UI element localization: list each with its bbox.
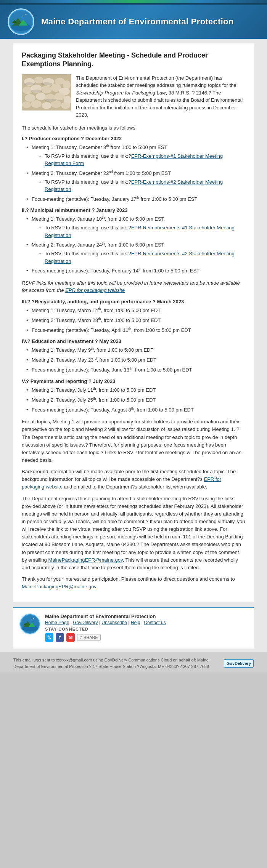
section-2: II.? Municipal reimbursement ? January 2… — [22, 207, 245, 274]
intro-text: The Department of Environmental Protecti… — [76, 74, 245, 119]
footer-org-row: Maine Department of Environmental Protec… — [19, 613, 248, 643]
section-1: I.? Producer exemptions ? December 2022 … — [22, 136, 245, 203]
list-item: Meeting 2: Tuesday, March 28th, from 1:0… — [26, 317, 245, 324]
header-logo — [8, 8, 34, 35]
svg-point-7 — [34, 77, 43, 83]
svg-point-16 — [25, 94, 35, 102]
section-2-meetings: Meeting 1: Tuesday, January 10th, from 1… — [22, 215, 245, 274]
svg-point-23 — [42, 102, 51, 109]
svg-point-19 — [55, 93, 65, 100]
body-paragraphs: For all topics, Meeting 1 will provide a… — [22, 418, 245, 591]
footer-help-link[interactable]: Help — [131, 620, 140, 625]
svg-point-25 — [61, 102, 70, 109]
main-content: Packaging Stakeholder Meeting - Schedule… — [0, 39, 267, 607]
body-para-1: For all topics, Meeting 1 will provide a… — [22, 418, 245, 464]
footer-band: Maine Department of Environmental Protec… — [0, 607, 267, 652]
email-icon[interactable]: ✉ — [66, 633, 75, 642]
list-item: Focus-meeting (tentative): Tuesday, June… — [26, 366, 245, 374]
section-5-meetings: Meeting 1: Tuesday, July 11th, from 1:00… — [22, 386, 245, 413]
list-item: Meeting 1: Tuesday, May 9th, from 1:00 t… — [26, 346, 245, 354]
section-1-meetings: Meeting 1: Thursday, December 8th from 1… — [22, 144, 245, 203]
svg-point-28 — [31, 90, 42, 93]
footer-nav-links: Home Page | GovDelivery | Unsubscribe | … — [45, 620, 248, 625]
section-3: III.? ?Recyclability, auditing, and prog… — [22, 299, 245, 334]
content-box: Packaging Stakeholder Meeting - Schedule… — [13, 43, 254, 602]
list-item: To RSVP to this meeting, use this link:?… — [39, 152, 245, 167]
list-item: Focus-meeting (tentative): Tuesday, Febr… — [26, 267, 245, 275]
social-row: 𝕏 f ✉ ⤴ SHARE — [45, 633, 248, 642]
list-item: Focus-meeting (tentative): Tuesday, Augu… — [26, 406, 245, 414]
section-3-title: III.? ?Recyclability, auditing, and prog… — [22, 299, 245, 304]
share-label: SHARE — [84, 635, 98, 640]
rsvp-link-2[interactable]: EPR-Exemptions-#2 Stakeholder Meeting Re… — [45, 179, 223, 192]
list-item: Meeting 1: Thursday, December 8th from 1… — [26, 144, 245, 167]
share-button[interactable]: ⤴ SHARE — [77, 634, 101, 641]
section-4-meetings: Meeting 1: Tuesday, May 9th, from 1:00 t… — [22, 346, 245, 373]
svg-point-26 — [24, 82, 35, 85]
intro-section: The Department of Environmental Protecti… — [22, 74, 245, 119]
list-item: Meeting 1: Tuesday, March 14th, from 1:0… — [26, 307, 245, 314]
section-5: V.? Payments and reporting ? July 2023 M… — [22, 378, 245, 413]
epr-website-link-1[interactable]: EPR for packaging website — [65, 287, 125, 293]
section-5-title: V.? Payments and reporting ? July 2023 — [22, 378, 245, 384]
section-3-meetings: Meeting 1: Tuesday, March 14th, from 1:0… — [22, 307, 245, 334]
footer-inner: Maine Department of Environmental Protec… — [13, 607, 254, 649]
list-item: Meeting 2: Thursday, December 22nd from … — [26, 170, 245, 193]
page-wrapper: Maine Department of Environmental Protec… — [0, 0, 267, 673]
footer-contact-link[interactable]: Contact us — [144, 620, 166, 625]
list-item: Focus-meeting (tentative): Tuesday, Janu… — [26, 195, 245, 203]
list-item: Meeting 2: Tuesday, July 25th, from 1:00… — [26, 396, 245, 404]
list-item: Meeting 2: Tuesday, January 24th, from 1… — [26, 241, 245, 265]
list-item: To RSVP to this meeting, use this link:?… — [39, 224, 245, 239]
header-inner: Maine Department of Environmental Protec… — [0, 5, 267, 39]
rsvp-link-1[interactable]: EPR-Exemptions-#1 Stakeholder Meeting Re… — [45, 153, 223, 167]
section-1-title: I.? Producer exemptions ? December 2022 — [22, 136, 245, 141]
header-title: Maine Department of Environmental Protec… — [41, 17, 234, 27]
header-band: Maine Department of Environmental Protec… — [0, 0, 267, 39]
stay-connected-label: STAY CONNECTED — [45, 627, 248, 631]
bottom-sent-text: This email was sent to xxxxxx@gmail.com … — [13, 657, 224, 669]
footer-org-info: Maine Department of Environmental Protec… — [45, 613, 248, 643]
article-image — [22, 74, 71, 111]
govdelivery-row: This email was sent to xxxxxx@gmail.com … — [13, 657, 254, 669]
svg-point-22 — [31, 100, 42, 108]
top-decorative-bar — [0, 0, 267, 3]
email-link-2[interactable]: MainePackagingEPR@maine.gov — [22, 584, 97, 589]
footer-logo — [19, 613, 40, 634]
rsvp-note: RSVP links for meetings after this topic… — [22, 279, 245, 294]
epr-website-link-2[interactable]: EPR for packaging website — [22, 476, 221, 490]
svg-point-17 — [36, 93, 46, 100]
govdelivery-logo: GovDelivery — [224, 659, 254, 668]
article-title: Packaging Stakeholder Meeting - Schedule… — [22, 51, 245, 69]
list-item: To RSVP to this meeting, use this link:?… — [39, 178, 245, 193]
section-4-title: IV.? Education and investment ? May 2023 — [22, 338, 245, 344]
section-4: IV.? Education and investment ? May 2023… — [22, 338, 245, 373]
share-icon: ⤴ — [80, 635, 82, 640]
svg-point-13 — [41, 86, 52, 93]
body-para-2: Background information will be made avai… — [22, 468, 245, 491]
list-item: Meeting 1: Tuesday, July 11th, from 1:00… — [26, 386, 245, 394]
list-item: Focus-meeting (tentative): Tuesday, Apri… — [26, 327, 245, 334]
twitter-icon[interactable]: 𝕏 — [45, 633, 53, 642]
body-para-3: The Department requires those planning t… — [22, 495, 245, 572]
svg-point-21 — [22, 101, 31, 108]
footer-unsubscribe-link[interactable]: Unsubscribe — [101, 620, 127, 625]
list-item: Meeting 1: Tuesday, January 10th, from 1… — [26, 215, 245, 239]
rsvp-link-3[interactable]: EPR-Reimbursements-#1 Stakeholder Meetin… — [45, 225, 235, 238]
footer-org-name: Maine Department of Environmental Protec… — [45, 613, 248, 619]
list-item: To RSVP to this meeting, use this link:?… — [39, 250, 245, 265]
rsvp-link-4[interactable]: EPR-Reimbursements-#2 Stakeholder Meetin… — [45, 251, 235, 264]
schedule-intro: The schedule for stakeholder meetings is… — [22, 124, 245, 132]
svg-point-27 — [41, 82, 52, 85]
footer-govdelivery-link[interactable]: GovDelivery — [73, 620, 98, 625]
section-2-title: II.? Municipal reimbursement ? January 2… — [22, 207, 245, 213]
footer-home-link[interactable]: Home Page — [45, 620, 69, 625]
body-para-4: Thank you for your interest and particip… — [22, 575, 245, 591]
svg-point-29 — [45, 99, 56, 102]
list-item: Meeting 2: Tuesday, May 23rd, from 1:00 … — [26, 356, 245, 364]
facebook-icon[interactable]: f — [56, 633, 64, 642]
bottom-bar: This email was sent to xxxxxx@gmail.com … — [0, 652, 267, 673]
email-link-1[interactable]: MainePackagingEPR@maine.gov — [48, 557, 122, 563]
